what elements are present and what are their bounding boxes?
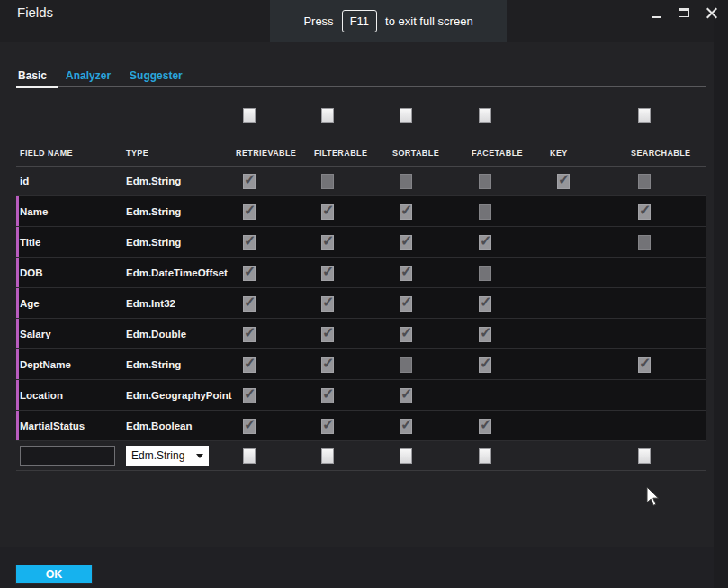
filterable-cell: [310, 294, 389, 311]
filterable-cell: [310, 203, 389, 219]
table-row: idEdm.String: [16, 166, 706, 196]
retrievable-cell: [232, 294, 310, 311]
facetable-cell: [468, 203, 546, 219]
dropdown-arrow-icon: [196, 454, 203, 458]
field-name: DOB: [16, 267, 122, 278]
new-filterable-checkbox[interactable]: [321, 448, 334, 464]
DeptName-filterable-checkbox: [321, 357, 334, 373]
field-name: Name: [16, 206, 122, 217]
field-type: Edm.Double: [122, 329, 232, 339]
new-facetable-cell: [468, 448, 546, 464]
new-searchable-checkbox[interactable]: [638, 448, 651, 464]
key-header-cell: [546, 104, 627, 107]
field-name: Location: [16, 390, 122, 401]
retrievable-cell: [232, 173, 310, 189]
minimize-button[interactable]: [649, 5, 663, 21]
select-all-searchable-checkbox[interactable]: [638, 108, 651, 123]
field-type: Edm.String: [122, 176, 232, 186]
field-type: Edm.Int32: [122, 298, 232, 309]
facetable-cell: [468, 173, 546, 189]
MartialStatus-facetable-checkbox: [479, 419, 491, 434]
active-tab-underline: [16, 86, 58, 88]
column-header: FILTERABLE: [310, 149, 389, 158]
Title-searchable-checkbox: [638, 235, 651, 250]
new-searchable-cell: [627, 448, 706, 464]
filterable-cell: [310, 233, 389, 249]
new-retrievable-checkbox[interactable]: [243, 448, 256, 464]
select-all-filterable-checkbox[interactable]: [321, 108, 334, 123]
facetable-cell: [468, 417, 546, 433]
page-title: Fields: [17, 5, 53, 20]
select-all-facetable-checkbox[interactable]: [479, 108, 491, 123]
field-type: Edm.Boolean: [122, 421, 232, 431]
id-facetable-checkbox: [479, 174, 491, 189]
new-field-type-select[interactable]: Edm.String: [126, 446, 209, 466]
fullscreen-notice-press: Press: [303, 14, 333, 28]
select-all-retrievable-checkbox[interactable]: [243, 108, 256, 123]
Name-filterable-checkbox: [321, 204, 334, 220]
Name-searchable-checkbox: [638, 204, 651, 220]
Name-facetable-checkbox: [479, 204, 491, 220]
Title-sortable-checkbox: [400, 235, 412, 250]
Age-sortable-checkbox: [400, 296, 412, 312]
select-all-sortable-checkbox[interactable]: [400, 108, 412, 123]
facetable-cell: [468, 294, 546, 311]
sortable-cell: [389, 173, 468, 189]
field-name: Age: [16, 298, 122, 309]
facetable-cell: [468, 233, 546, 249]
spacer-cell: [16, 104, 122, 107]
Salary-retrievable-checkbox: [243, 327, 256, 342]
field-name: Title: [16, 237, 122, 248]
column-header: FACETABLE: [468, 149, 546, 158]
Age-facetable-checkbox: [479, 296, 491, 312]
field-name: DeptName: [16, 359, 122, 370]
new-field-name-input[interactable]: [20, 446, 115, 466]
field-name: MartialStatus: [16, 421, 122, 431]
Location-filterable-checkbox: [321, 388, 334, 403]
MartialStatus-filterable-checkbox: [321, 419, 334, 434]
fullscreen-notice: Press F11 to exit full screen: [270, 0, 507, 42]
field-type: Edm.GeographyPoint: [122, 390, 232, 401]
column-header: FIELD NAME: [16, 149, 122, 158]
facetable-cell: [468, 264, 546, 280]
tab-basic[interactable]: Basic: [18, 69, 47, 82]
key-cell: [546, 173, 627, 189]
ok-button[interactable]: OK: [15, 565, 93, 584]
tab-suggester[interactable]: Suggester: [130, 69, 183, 82]
tab-analyzer[interactable]: Analyzer: [66, 69, 111, 82]
sortable-cell: [389, 203, 468, 219]
new-sortable-checkbox[interactable]: [400, 448, 412, 464]
retrievable-cell: [232, 264, 310, 280]
Title-retrievable-checkbox: [243, 235, 256, 250]
filterable-cell: [310, 417, 389, 433]
filterable-cell: [310, 325, 389, 341]
sortable-cell: [389, 325, 468, 341]
new-sortable-cell: [389, 448, 468, 464]
searchable-cell: [627, 356, 706, 372]
sortable-cell: [389, 386, 468, 403]
new-facetable-checkbox[interactable]: [479, 448, 491, 464]
new-filterable-cell: [310, 448, 389, 464]
new-field-name-cell: [16, 446, 122, 466]
searchable-cell: [627, 233, 706, 249]
filterable-cell: [310, 173, 389, 189]
tab-bar: Basic Analyzer Suggester: [18, 69, 183, 82]
DeptName-sortable-checkbox: [400, 357, 412, 373]
facetable-cell: [468, 356, 546, 372]
close-button[interactable]: [705, 5, 719, 21]
selected-type-label: Edm.String: [131, 449, 184, 462]
maximize-button[interactable]: [677, 5, 691, 21]
searchable-cell: [627, 173, 706, 189]
Name-retrievable-checkbox: [243, 204, 256, 220]
DeptName-searchable-checkbox: [638, 357, 651, 373]
DeptName-facetable-checkbox: [479, 357, 491, 373]
sortable-cell: [389, 264, 468, 280]
Title-facetable-checkbox: [479, 235, 491, 250]
searchable-cell: [627, 203, 706, 219]
spacer-cell: [122, 104, 232, 107]
DOB-sortable-checkbox: [400, 266, 412, 281]
id-filterable-checkbox: [321, 174, 334, 189]
MartialStatus-retrievable-checkbox: [243, 419, 256, 434]
field-type: Edm.DateTimeOffset: [122, 267, 232, 278]
fields-table: FIELD NAMETYPERETRIEVABLEFILTERABLESORTA…: [16, 104, 706, 471]
